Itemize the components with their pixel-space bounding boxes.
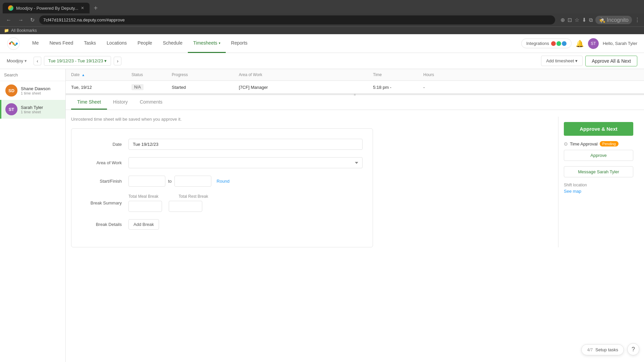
download-icon[interactable]: ⬇ bbox=[582, 17, 586, 23]
col-date[interactable]: Date ▲ bbox=[71, 72, 131, 77]
sub-header-actions: Add timesheet ▾ Approve All & Next bbox=[541, 56, 637, 66]
user-name-shane: Shane Dawson bbox=[21, 86, 50, 91]
nav-reports[interactable]: Reports bbox=[226, 34, 253, 53]
row-progress: Started bbox=[172, 85, 239, 90]
approve-next-button[interactable]: Approve & Next bbox=[564, 122, 633, 136]
tab-comments[interactable]: Comments bbox=[134, 95, 169, 110]
break-inputs bbox=[128, 201, 208, 212]
form-row-date: Date bbox=[82, 139, 363, 150]
user-sheets-shane: 1 time sheet bbox=[21, 91, 50, 95]
date-range-selector[interactable]: Tue 19/12/23 - Tue 19/12/23 ▾ bbox=[44, 56, 111, 66]
add-timesheet-arrow-icon: ▾ bbox=[575, 58, 578, 63]
row-status: N/A bbox=[131, 84, 172, 90]
notification-button[interactable]: 🔔 bbox=[576, 40, 584, 48]
zoom-icon[interactable]: ⊕ bbox=[560, 17, 565, 23]
date-prev-button[interactable]: ‹ bbox=[34, 57, 41, 65]
top-nav: Me News Feed Tasks Locations People Sche… bbox=[0, 34, 644, 53]
rest-break-input[interactable] bbox=[169, 201, 202, 212]
tab-timesheet[interactable]: Time Sheet bbox=[71, 95, 107, 110]
to-label: to bbox=[168, 179, 172, 184]
reader-mode-icon[interactable]: ⊡ bbox=[568, 17, 572, 23]
message-button[interactable]: Message Sarah Tyler bbox=[564, 166, 633, 177]
nav-tasks[interactable]: Tasks bbox=[78, 34, 101, 53]
add-break-button[interactable]: Add Break bbox=[128, 219, 159, 230]
info-message: Unrostered time sheet will be saved when… bbox=[71, 117, 551, 122]
nav-schedule[interactable]: Schedule bbox=[158, 34, 188, 53]
menu-icon[interactable]: ⋮ bbox=[635, 17, 640, 23]
nav-locations[interactable]: Locations bbox=[101, 34, 132, 53]
approve-button[interactable]: Approve bbox=[564, 150, 633, 161]
form-main: Unrostered time sheet will be saved when… bbox=[71, 117, 551, 247]
row-area: [7CF] Manager bbox=[239, 85, 373, 90]
setup-tasks-label: Setup tasks bbox=[595, 347, 618, 352]
table-row[interactable]: Tue, 19/12 N/A Started [7CF] Manager 5:1… bbox=[66, 81, 644, 94]
sidebar-search-input[interactable] bbox=[4, 72, 61, 77]
sidebar-user-shane[interactable]: SD Shane Dawson 1 time sheet bbox=[0, 81, 65, 100]
nav-news-feed[interactable]: News Feed bbox=[44, 34, 78, 53]
status-badge: N/A bbox=[131, 84, 144, 90]
row-hours: - bbox=[423, 85, 457, 90]
add-timesheet-button[interactable]: Add timesheet ▾ bbox=[541, 56, 583, 66]
finish-time-input[interactable] bbox=[174, 176, 211, 187]
address-bar[interactable] bbox=[39, 15, 555, 24]
back-button[interactable]: ← bbox=[4, 16, 13, 24]
meal-break-input[interactable] bbox=[128, 201, 162, 212]
new-tab-button[interactable]: + bbox=[91, 3, 100, 13]
forward-button[interactable]: → bbox=[16, 16, 25, 24]
setup-tasks-fraction: 4/7 bbox=[587, 348, 593, 352]
sidebar-search-area bbox=[0, 69, 65, 81]
col-progress: Progress bbox=[172, 72, 239, 77]
date-input[interactable] bbox=[128, 139, 363, 150]
col-status: Status bbox=[131, 72, 172, 77]
reload-button[interactable]: ↻ bbox=[28, 15, 37, 24]
integrations-button[interactable]: Integrations bbox=[521, 39, 572, 48]
total-rest-break-label: Total Rest Break bbox=[178, 194, 208, 199]
user-avatar-shane: SD bbox=[5, 84, 17, 97]
incognito-label: Incognito bbox=[607, 17, 629, 23]
app-logo[interactable] bbox=[7, 37, 20, 50]
col-date-label: Date bbox=[71, 72, 79, 77]
bookmark-icon[interactable]: ☆ bbox=[575, 17, 579, 23]
svg-point-2 bbox=[12, 43, 14, 45]
dot-red bbox=[551, 41, 556, 46]
sidebar-user-sarah[interactable]: ST Sarah Tyler 1 time sheet bbox=[0, 100, 65, 119]
timesheets-dropdown-arrow: ▾ bbox=[219, 41, 220, 45]
tab-history[interactable]: History bbox=[107, 95, 134, 110]
break-summary-label: Break Summary bbox=[82, 200, 128, 205]
bookmarks-bar: 📁 All Bookmarks bbox=[0, 26, 644, 34]
start-time-input[interactable] bbox=[128, 176, 165, 187]
nav-people[interactable]: People bbox=[132, 34, 158, 53]
incognito-icon: 🕵 bbox=[599, 17, 605, 23]
area-of-work-label: Area of Work bbox=[82, 160, 128, 165]
avatar[interactable]: ST bbox=[588, 38, 599, 49]
nav-timesheets[interactable]: Timesheets ▾ bbox=[188, 34, 226, 53]
round-link[interactable]: Round bbox=[217, 179, 229, 184]
pending-badge: Pending bbox=[600, 141, 619, 146]
integration-dots bbox=[551, 41, 567, 46]
setup-tasks-widget[interactable]: 4/7 Setup tasks bbox=[581, 344, 624, 355]
date-nav: ‹ Tue 19/12/23 - Tue 19/12/23 ▾ › bbox=[34, 56, 121, 66]
location-select[interactable]: Moodjoy ▾ bbox=[7, 58, 27, 63]
bookmarks-label[interactable]: All Bookmarks bbox=[11, 28, 37, 33]
extensions-icon[interactable]: ⧉ bbox=[589, 17, 593, 23]
sort-icon: ▲ bbox=[82, 73, 85, 77]
location-label: Moodjoy bbox=[7, 58, 23, 63]
form-row-break-summary: Break Summary Total Meal Break Total Res… bbox=[82, 194, 363, 212]
main-content: SD Shane Dawson 1 time sheet ST Sarah Ty… bbox=[0, 69, 644, 362]
nav-me[interactable]: Me bbox=[27, 34, 44, 53]
approve-all-next-button[interactable]: Approve All & Next bbox=[585, 56, 637, 66]
date-range-text: Tue 19/12/23 - Tue 19/12/23 bbox=[48, 58, 103, 63]
col-time: Time bbox=[373, 72, 423, 77]
close-tab-icon[interactable]: ✕ bbox=[81, 6, 84, 10]
date-range-arrow-icon: ▾ bbox=[104, 58, 107, 63]
date-next-button[interactable]: › bbox=[114, 57, 121, 65]
help-button[interactable]: ? bbox=[627, 343, 639, 355]
col-hours: Hours bbox=[423, 72, 457, 77]
see-map-link[interactable]: See map bbox=[564, 189, 581, 194]
break-labels: Total Meal Break Total Rest Break bbox=[128, 194, 208, 199]
browser-tab[interactable]: Moodjoy - Powered By Deputy... ✕ bbox=[3, 3, 90, 13]
area-of-work-select[interactable] bbox=[128, 157, 363, 168]
total-meal-break-label: Total Meal Break bbox=[128, 194, 158, 199]
content-area: Date ▲ Status Progress Area of Work Time… bbox=[66, 69, 644, 362]
time-approval-header: ⊙ Time Approval Pending bbox=[564, 141, 633, 146]
